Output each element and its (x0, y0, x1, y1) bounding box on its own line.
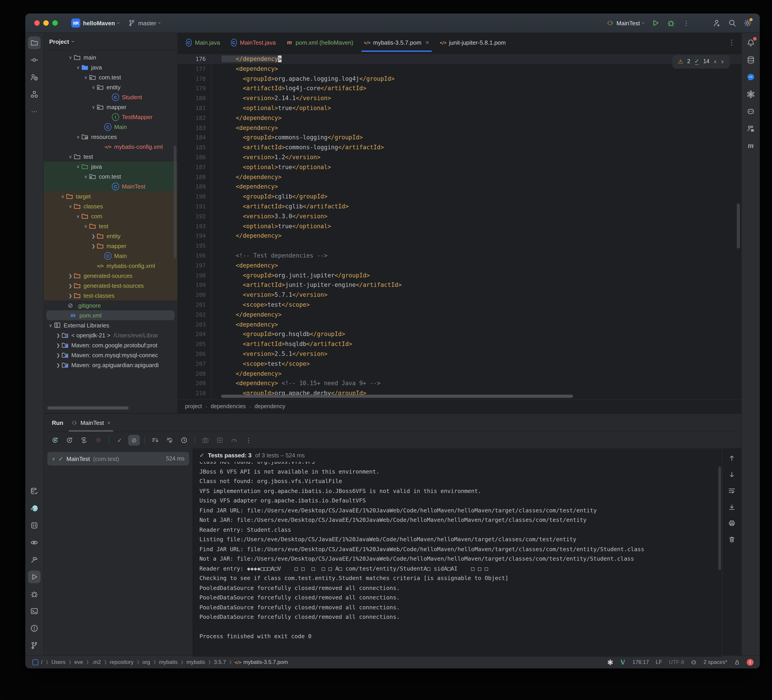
inspections-widget[interactable]: ⚠2✓~~14∧∨ (672, 55, 729, 69)
console-output[interactable]: Class not found: org.jboss.vfs.VFSJBoss … (193, 462, 722, 657)
scroll-end-button[interactable] (726, 501, 738, 512)
code-line-192[interactable]: 192 <version>3.3.0</version> (178, 212, 741, 222)
tree-item-maven-org-apiguardian-apiguardi[interactable]: ❯Maven: org.apiguardian:apiguardi (44, 360, 177, 370)
code-line-196[interactable]: 196 <!-- Test dependencies --> (178, 251, 741, 261)
code-line-209[interactable]: 209 <dependency> <!-- 10.15+ need Java 9… (178, 379, 741, 388)
code-line-199[interactable]: 199 <artifactId>junit-jupiter-engine</ar… (178, 280, 741, 290)
tree-item-generated-test-sources[interactable]: ❯generated-test-sources (44, 281, 177, 290)
code-line-183[interactable]: 183 <dependency> (178, 123, 741, 133)
openai-button[interactable] (744, 88, 757, 101)
tree-item-test[interactable]: ∨test (44, 221, 177, 231)
chevron-down-icon[interactable]: ∨ (90, 85, 96, 90)
path-segment[interactable]: org (142, 659, 150, 665)
chevron-right-icon[interactable]: ❯ (67, 283, 74, 288)
path-segment[interactable]: mybatis (159, 659, 178, 665)
show-ignored-button[interactable]: ⊘ (128, 435, 140, 445)
tree-item-test-classes[interactable]: ❯test-classes (44, 290, 177, 300)
run-button[interactable] (650, 17, 661, 29)
path-segment[interactable]: .m2 (92, 659, 101, 665)
tree-item-student[interactable]: CStudent (44, 92, 177, 102)
code-line-179[interactable]: 179 <artifactId>log4j-core</artifactId> (178, 84, 741, 94)
import-results-button[interactable] (214, 435, 226, 445)
tree-item-java[interactable]: ∨java (44, 62, 177, 72)
breadcrumb-project[interactable]: project (185, 403, 202, 410)
project-tree-horizontal-scrollbar[interactable] (47, 406, 129, 410)
code-line-204[interactable]: 204 <groupId>org.hsqldb</groupId> (178, 330, 741, 339)
code-line-205[interactable]: 205 <artifactId>hsqldb</artifactId> (178, 339, 741, 349)
chevron-down-icon[interactable]: ∨ (67, 204, 74, 209)
editor-tab[interactable]: mpom.xml (helloMaven) (281, 33, 359, 52)
lock-icon[interactable] (734, 659, 740, 665)
chevron-down-icon[interactable]: ∨ (52, 456, 55, 461)
run-tab-maintest[interactable]: MainTest × (72, 414, 111, 432)
chevron-down-icon[interactable]: ∨ (47, 323, 54, 328)
tree-item-main[interactable]: CMain (44, 122, 177, 132)
code-line-195[interactable]: 195 (178, 241, 741, 251)
print-button[interactable] (726, 518, 738, 529)
editor-tab[interactable]: </>mybatis-3.5.7.pom× (359, 33, 435, 52)
path-segment[interactable]: Users (51, 659, 65, 665)
more-h-button[interactable]: ⋯ (28, 105, 41, 118)
code-line-180[interactable]: 180 <version>2.14.1</version> (178, 93, 741, 103)
tree-item-main[interactable]: CMain (44, 251, 177, 261)
minimize-window-button[interactable] (43, 20, 49, 26)
tree-item-mybatis-config-xml[interactable]: </>mybatis-config.xml (44, 261, 177, 271)
coverage-button[interactable] (228, 435, 240, 445)
tree-item-main[interactable]: ∨main (44, 52, 177, 62)
sort-button[interactable] (149, 435, 161, 445)
debug-button[interactable] (665, 17, 677, 29)
path-root[interactable]: / (41, 659, 43, 665)
robot-status-icon[interactable] (691, 659, 697, 665)
chevron-down-icon[interactable]: ∨ (67, 154, 74, 159)
chevron-right-icon[interactable]: ❯ (55, 362, 61, 367)
chevron-right-icon[interactable]: ❯ (67, 293, 74, 298)
code-line-182[interactable]: 182 </dependency> (178, 113, 741, 123)
console-vertical-scrollbar[interactable] (718, 467, 721, 570)
path-segment[interactable]: eve (74, 659, 83, 665)
chevron-down-icon[interactable]: ∨ (83, 224, 89, 228)
test-tree-row-maintest[interactable]: ∨ ✓ MainTest (com.test) 524 ms (47, 452, 189, 465)
tree-item-resources[interactable]: ∨resources (44, 132, 177, 142)
chevron-down-icon[interactable]: ∨ (83, 75, 89, 80)
editor-tab[interactable]: </>junit-jupiter-5.8.1.pom (435, 33, 511, 52)
build-hammer-button[interactable] (28, 553, 41, 566)
tree-item-entity[interactable]: ❯entity (44, 231, 177, 241)
bell-button[interactable] (744, 36, 757, 49)
code-line-190[interactable]: 190 <groupId>cglib</groupId> (178, 192, 741, 202)
code-line-200[interactable]: 200 <version>5.7.1</version> (178, 290, 741, 300)
show-passed-button[interactable]: ✓ (114, 435, 126, 445)
code-line-176[interactable]: 176 </dependency> (178, 54, 741, 64)
database-button[interactable] (744, 54, 757, 66)
gopher-button[interactable] (28, 502, 41, 515)
test-console[interactable]: ✓ Tests passed: 3 of 3 tests – 524 ms Cl… (193, 448, 722, 657)
collab-button[interactable] (744, 122, 757, 135)
code-line-197[interactable]: 197 <dependency> (178, 261, 741, 270)
structure-button[interactable] (28, 88, 41, 101)
stop-button[interactable] (93, 435, 104, 445)
close-window-button[interactable] (34, 20, 40, 26)
chevron-right-icon[interactable]: ❯ (55, 333, 61, 338)
code-line-177[interactable]: 177 <dependency> (178, 64, 741, 74)
chevron-down-icon[interactable]: ∨ (60, 194, 66, 199)
arrow-down-button[interactable] (726, 469, 738, 480)
editor-tab[interactable]: CMainTest.java (226, 33, 281, 52)
tree-item-maven-com-google-protobuf-prot[interactable]: ❯Maven: com.google.protobuf:prot (44, 340, 177, 350)
tree-item-maven-com-mysql-mysql-connec[interactable]: ❯Maven: com.mysql:mysql-connec (44, 350, 177, 360)
trash-button[interactable] (726, 534, 738, 545)
git-branch-button[interactable] (28, 639, 41, 652)
file-encoding[interactable]: UTF-8 (669, 659, 684, 665)
code-line-207[interactable]: 207 <scope>test</scope> (178, 359, 741, 369)
path-segment[interactable]: repository (110, 659, 134, 665)
robot-button[interactable] (744, 105, 757, 118)
code-editor[interactable]: 176 </dependency>177 <dependency>178 <gr… (178, 52, 741, 399)
tree-item-com[interactable]: ∨com (44, 211, 177, 221)
code-line-193[interactable]: 193 <optional>true</optional> (178, 221, 741, 231)
tab-options-icon[interactable]: ⋮ (722, 33, 741, 52)
rerun-button[interactable] (49, 435, 61, 445)
chat-button[interactable] (744, 71, 757, 83)
project-tree-vertical-scrollbar[interactable] (174, 146, 177, 258)
code-line-181[interactable]: 181 <optional>true</optional> (178, 103, 741, 113)
scroll-trace-button[interactable] (164, 435, 175, 445)
more-actions-button[interactable]: ⋮ (680, 17, 692, 29)
code-line-178[interactable]: 178 <groupId>org.apache.logging.log4j</g… (178, 74, 741, 84)
